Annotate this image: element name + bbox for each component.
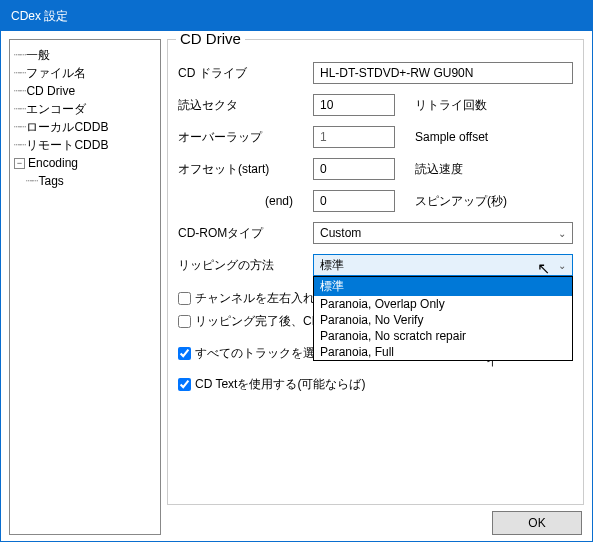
label-sample-offset: Sample offset [415, 130, 488, 144]
cdrom-type-select[interactable]: Custom ⌄ [313, 222, 573, 244]
label-rip-method: リッピングの方法 [178, 257, 313, 274]
nav-tree: ┈┈一般 ┈┈ファイル名 ┈┈CD Drive ┈┈エンコーダ ┈┈ローカルCD… [9, 39, 161, 535]
collapse-icon[interactable]: − [14, 158, 25, 169]
rip-method-select[interactable]: 標準 ⌄ ↖ 標準 Paranoia, Overlap Only Paranoi… [313, 254, 573, 276]
label-spinup: スピンアップ(秒) [415, 193, 507, 210]
label-retry: リトライ回数 [415, 97, 487, 114]
label-end: (end) [178, 194, 313, 208]
tree-item-encoder[interactable]: ┈┈エンコーダ [14, 100, 156, 118]
dropdown-option[interactable]: Paranoia, Overlap Only [314, 296, 572, 312]
label-drive: CD ドライブ [178, 65, 313, 82]
dropdown-option[interactable]: Paranoia, No scratch repair [314, 328, 572, 344]
checkbox-cdtext[interactable]: CD Textを使用する(可能ならば) [178, 376, 573, 393]
tree-item-encoding[interactable]: −Encoding [14, 154, 156, 172]
tree-item-cddrive[interactable]: ┈┈CD Drive [14, 82, 156, 100]
overlap-input [313, 126, 395, 148]
tree-item-remotecddb[interactable]: ┈┈リモートCDDB [14, 136, 156, 154]
window-title: CDex 設定 [11, 8, 68, 25]
dropdown-option[interactable]: 標準 [314, 277, 572, 296]
label-cdrom-type: CD-ROMタイプ [178, 225, 313, 242]
dropdown-option[interactable]: Paranoia, No Verify [314, 312, 572, 328]
sector-input[interactable] [313, 94, 395, 116]
cd-drive-panel: CD Drive CD ドライブ HL-DT-STDVD+-RW GU90N 読… [167, 39, 584, 505]
label-sector: 読込セクタ [178, 97, 313, 114]
panel-title: CD Drive [176, 31, 245, 47]
tree-item-filename[interactable]: ┈┈ファイル名 [14, 64, 156, 82]
label-offset-start: オフセット(start) [178, 161, 313, 178]
tree-item-general[interactable]: ┈┈一般 [14, 46, 156, 64]
label-overlap: オーバーラップ [178, 129, 313, 146]
dropdown-option[interactable]: Paranoia, Full [314, 344, 572, 360]
rip-method-dropdown: 標準 Paranoia, Overlap Only Paranoia, No V… [313, 276, 573, 361]
tree-item-localcddb[interactable]: ┈┈ローカルCDDB [14, 118, 156, 136]
tree-item-tags[interactable]: ┈┈Tags [14, 172, 156, 190]
label-read-speed: 読込速度 [415, 161, 463, 178]
chevron-down-icon: ⌄ [558, 228, 566, 239]
drive-select[interactable]: HL-DT-STDVD+-RW GU90N [313, 62, 573, 84]
offset-start-input[interactable] [313, 158, 395, 180]
ok-button[interactable]: OK [492, 511, 582, 535]
chevron-down-icon: ⌄ [558, 260, 566, 271]
offset-end-input[interactable] [313, 190, 395, 212]
titlebar: CDex 設定 [1, 1, 592, 31]
